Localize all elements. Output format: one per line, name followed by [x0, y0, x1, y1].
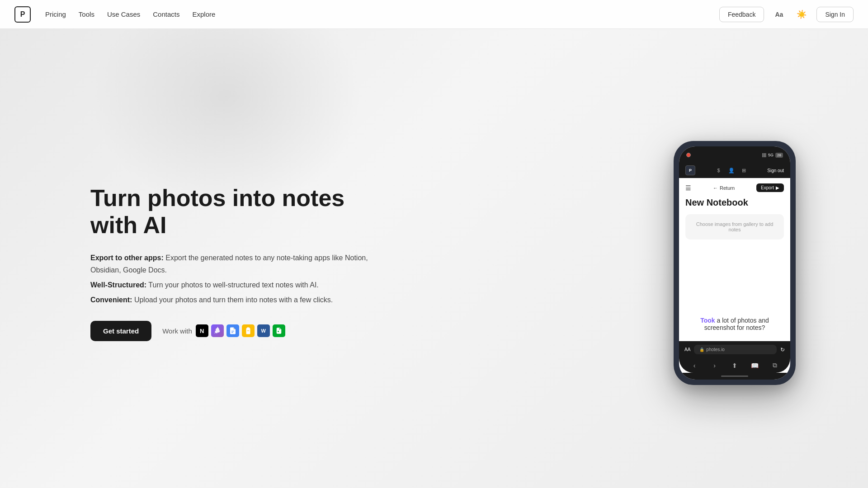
phone-content: ☰ ← Return Export ▶ New Notebook Choose …: [679, 178, 790, 341]
convenient-text: Upload your photos and turn them into no…: [134, 296, 333, 304]
theme-toggle-button[interactable]: ☀️: [794, 7, 809, 22]
navbar: P Pricing Tools Use Cases Contacts Explo…: [0, 0, 868, 29]
phone-bottom-text: Took a lot of photos and screenshot for …: [685, 317, 784, 336]
phone-browser-nav: ‹ › ⬆ 📖 ⧉: [679, 358, 790, 373]
phone-notebook-title: New Notebook: [685, 197, 784, 208]
signal-icon: ||||: [762, 153, 766, 157]
structured-description: Well-Structured: Turn your photos to wel…: [90, 279, 398, 291]
phone-url-bar[interactable]: 🔒 photes.io: [694, 345, 777, 354]
export-bold: Export to other apps:: [90, 254, 164, 262]
hero-title: Turn photos into notes with AI: [90, 185, 398, 239]
share-browser-icon[interactable]: ⬆: [728, 362, 741, 369]
work-with-label: Work with: [162, 327, 192, 335]
phone-app-icons: $ 👤 ⊞: [715, 166, 748, 174]
hero-description: Export to other apps: Export the generat…: [90, 252, 398, 306]
hero-content: Turn photos into notes with AI Export to…: [90, 185, 398, 341]
phone-url: photes.io: [706, 347, 725, 352]
export-arrow-icon: ▶: [776, 185, 779, 190]
back-browser-icon[interactable]: ‹: [688, 362, 701, 369]
word-icon: W: [257, 324, 270, 337]
aa-label[interactable]: AA: [684, 347, 690, 352]
structured-text: Turn your photos to well-structured text…: [148, 281, 318, 289]
google-docs-icon: [226, 324, 239, 337]
convenient-description: Convenient: Upload your photos and turn …: [90, 294, 398, 306]
navbar-left: P Pricing Tools Use Cases Contacts Explo…: [14, 6, 215, 23]
battery-icon: 28: [775, 153, 783, 158]
translate-button[interactable]: Aa: [771, 7, 787, 22]
phone-mockup: |||| 5G 28 P $ 👤 ⊞ Sign out: [674, 141, 796, 385]
back-arrow-icon: ←: [713, 185, 718, 191]
phone-signout[interactable]: Sign out: [767, 168, 784, 173]
sun-icon: ☀️: [797, 9, 807, 19]
phone-return[interactable]: ← Return: [713, 185, 735, 191]
phone-highlight-text: Took: [700, 317, 715, 324]
phone-camera: [686, 153, 691, 157]
work-with: Work with N: [162, 324, 285, 337]
nav-tools[interactable]: Tools: [79, 10, 94, 18]
navbar-right: Feedback Aa ☀️ Sign In: [719, 7, 854, 22]
notion-icon: N: [196, 324, 208, 337]
nav-use-cases[interactable]: Use Cases: [107, 10, 140, 18]
phone-notch: [686, 153, 691, 157]
obsidian-icon: [211, 324, 224, 337]
lock-icon: 🔒: [699, 347, 704, 352]
logo[interactable]: P: [14, 6, 31, 23]
phone-home-indicator: [679, 373, 790, 380]
google-keep-icon: [242, 324, 255, 337]
phone-status-right: |||| 5G 28: [762, 153, 783, 158]
forward-browser-icon[interactable]: ›: [708, 362, 722, 369]
phone-screen: |||| 5G 28 P $ 👤 ⊞ Sign out: [679, 146, 790, 380]
bookmarks-browser-icon[interactable]: 📖: [748, 362, 761, 369]
export-description: Export to other apps: Export the generat…: [90, 252, 398, 276]
return-label: Return: [720, 185, 735, 191]
app-icons-row: N: [196, 324, 285, 337]
phone-status-bar: |||| 5G 28: [679, 146, 790, 163]
nav-contacts[interactable]: Contacts: [153, 10, 179, 18]
nav-explore[interactable]: Explore: [192, 10, 215, 18]
hero-actions: Get started Work with N: [90, 321, 398, 341]
phone-topbar: ☰ ← Return Export ▶: [685, 183, 784, 192]
dollar-icon: $: [715, 166, 723, 174]
phone-home-bar: [721, 375, 748, 377]
evernote-icon: [273, 324, 285, 337]
phone-device: |||| 5G 28 P $ 👤 ⊞ Sign out: [674, 141, 796, 385]
phone-export-button[interactable]: Export ▶: [756, 183, 784, 192]
feedback-button[interactable]: Feedback: [719, 7, 764, 22]
network-label: 5G: [768, 153, 774, 157]
nav-pricing[interactable]: Pricing: [45, 10, 66, 18]
get-started-button[interactable]: Get started: [90, 321, 151, 341]
nav-links: Pricing Tools Use Cases Contacts Explore: [45, 10, 215, 18]
phone-image-area[interactable]: Choose images from gallery to add notes: [685, 214, 784, 239]
svg-point-3: [278, 331, 279, 332]
export-label: Export: [761, 185, 774, 190]
grid-icon: ⊞: [740, 166, 748, 174]
hero-section: Turn photos into notes with AI Export to…: [0, 29, 868, 488]
signin-button[interactable]: Sign In: [816, 7, 854, 22]
convenient-bold: Convenient:: [90, 296, 132, 304]
phone-app-logo: P: [685, 165, 695, 175]
phone-menu-icon[interactable]: ☰: [685, 184, 691, 192]
refresh-icon[interactable]: ↻: [780, 347, 785, 353]
translate-icon: Aa: [775, 11, 783, 18]
phone-browser-bar: AA 🔒 photes.io ↻: [679, 341, 790, 358]
phone-image-placeholder: Choose images from gallery to add notes: [693, 221, 777, 232]
phone-appbar: P $ 👤 ⊞ Sign out: [679, 163, 790, 178]
structured-bold: Well-Structured:: [90, 281, 146, 289]
user-icon: 👤: [727, 166, 736, 174]
tabs-browser-icon[interactable]: ⧉: [768, 361, 782, 369]
